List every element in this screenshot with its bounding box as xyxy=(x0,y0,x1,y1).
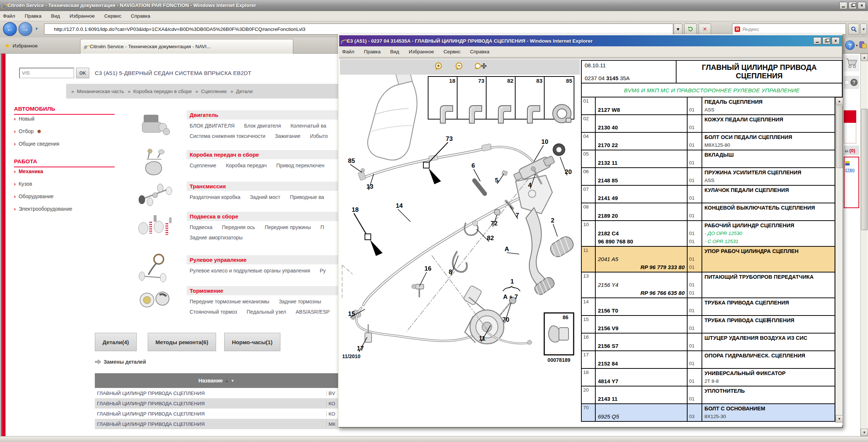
category-link[interactable]: Ру xyxy=(320,268,326,274)
category-title[interactable]: Коробка передач в сборе xyxy=(187,150,338,159)
forward-button[interactable]: → xyxy=(18,22,32,36)
question-icon[interactable]: ? xyxy=(850,79,858,86)
tab-1[interactable]: Детали(4) xyxy=(95,333,137,351)
category-title[interactable]: Подвеска в сборе xyxy=(187,212,338,221)
callout-2[interactable]: 2 xyxy=(551,217,554,224)
category-link[interactable]: Система снижения токсичности xyxy=(190,133,265,139)
restore-button[interactable] xyxy=(849,2,857,9)
scroll-thumb[interactable] xyxy=(861,109,868,230)
parts-row-07[interactable]: 072141 4901КУЛАЧОК ПЕДАЛИ СЦЕПЛЕНИЯ xyxy=(582,186,835,203)
thumbnail-part-18[interactable]: 18 xyxy=(428,77,458,119)
parts-row-01[interactable]: 012127 W801ПЕДАЛЬ СЦЕПЛЕНИЯASS xyxy=(582,97,835,115)
tab-3[interactable]: Нормо-часы(1) xyxy=(224,333,280,351)
parts-row-02[interactable]: 022130 4001КОЖУХ ПЕДАЛИ СЦЕПЛЕНИЯ xyxy=(582,115,835,133)
parts-row-11[interactable]: 112041 A5RP 96 779 333 800101УПОР РАБОЧ … xyxy=(582,247,835,272)
category-title[interactable]: Торможение xyxy=(187,286,338,295)
category-link[interactable]: Передняя ось xyxy=(222,224,255,230)
parts-row-17[interactable]: 172152 8401ОПОРА ГИДРАВЛИЧЕСК. СЦЕПЛЕНИЯ xyxy=(582,351,835,369)
category-link[interactable]: Раздаточная коробка xyxy=(190,194,240,200)
category-link[interactable]: П xyxy=(320,224,324,230)
table-row[interactable]: ГЛАВНЫЙ ЦИЛИНДР ПРИВОДА СЦЕПЛЕНИЯКО xyxy=(95,409,338,419)
parts-row-70[interactable]: 706925 Q503БОЛТ С ОСНОВАНИЕМ8X125-30 xyxy=(582,404,835,421)
menu-item[interactable]: Вид xyxy=(390,49,399,54)
parts-row-04[interactable]: 042170 2201БОЛТ ОСИ ПЕДАЛИ СЦЕПЛЕНИЯM8X1… xyxy=(582,133,835,150)
parts-scrollbar[interactable]: ▲ ▼ xyxy=(835,97,843,423)
zoom-out-button[interactable] xyxy=(453,61,467,73)
table-row[interactable]: ГЛАВНЫЙ ЦИЛИНДР ПРИВОДА СЦЕПЛЕНИЯBV xyxy=(95,388,338,398)
scroll-down-button[interactable]: ▼ xyxy=(861,429,868,436)
sidebar-item-3[interactable]: ›Оборудование xyxy=(14,193,54,199)
sidebar-item-2[interactable]: ›Кузов xyxy=(14,181,32,187)
callout-73[interactable]: 73 xyxy=(446,135,453,142)
parts-row-15[interactable]: 152156 V901ТРУБКА ПРИВОДА СЦЕ科ПЛЕНИЯ xyxy=(582,316,835,334)
sidebar-item-1[interactable]: ›Механика xyxy=(14,168,43,174)
help-chevron[interactable]: ▾ xyxy=(856,43,858,47)
parts-row-14[interactable]: 142156 T001ТРУБКА ПРИВОДА СЦЕПЛЕНИЯ xyxy=(582,298,835,316)
parts-row-13[interactable]: 132156 Y4RP 96 766 635 800101ПИТАЮЩИЙ ТР… xyxy=(582,272,835,298)
menu-item[interactable]: Сервис xyxy=(104,13,121,19)
parts-row-05[interactable]: 052132 1101ВКЛАДЫШ xyxy=(582,150,835,168)
callout-82[interactable]: 82 xyxy=(487,235,494,242)
callout-8[interactable]: 8 xyxy=(449,268,452,275)
parts-row-16[interactable]: 162156 S701ШТУЦЕР УДАЛЕНИЯ ВОЗДУХА ИЗ СИ… xyxy=(582,334,835,351)
callout-15[interactable]: 15 xyxy=(348,310,355,317)
thumbnail-part-82[interactable]: 82 xyxy=(487,77,516,119)
sidebar-item-1[interactable]: ›Новый xyxy=(14,116,35,122)
callout-A[interactable]: A xyxy=(505,246,509,253)
parts-row-06[interactable]: 062148 8501ПРУЖИНА УСИЛИТЕЛЯ СЦЕПЛЕНИЯAS… xyxy=(582,168,835,186)
page-help-widget[interactable]: ? xyxy=(844,76,859,89)
stop-button[interactable]: ✕ xyxy=(699,24,711,35)
close-button[interactable]: × xyxy=(858,2,866,9)
help-icon[interactable]: ? xyxy=(845,40,855,50)
category-link[interactable]: Сцепление xyxy=(190,163,216,168)
popup-maximize-button[interactable] xyxy=(822,37,831,44)
parts-row-08[interactable]: 082189 2001КОНЦЕВОЙ ВЫКЛЮЧАТЕЛЬ СЦЕПЛЕНИ… xyxy=(582,203,835,221)
main-scrollbar[interactable]: ▲ ▼ xyxy=(860,54,868,436)
category-link[interactable]: Педальный узел xyxy=(247,309,286,315)
news-link-fragment[interactable]: ство xyxy=(845,167,854,172)
scroll-up-button[interactable]: ▲ xyxy=(861,54,868,61)
menu-item[interactable]: Файл xyxy=(342,49,354,54)
category-title[interactable]: Двигатель xyxy=(187,110,338,120)
callout-7[interactable]: 7 xyxy=(516,212,519,219)
callout-17[interactable]: 17 xyxy=(357,345,364,352)
callout-72[interactable]: 72 xyxy=(491,220,498,227)
menu-item[interactable]: Справка xyxy=(470,49,489,54)
cart-button[interactable] xyxy=(844,55,859,71)
table-row[interactable]: ГЛАВНЫЙ ЦИЛИНДР ПРИВОДА СЦЕПЛЕНИЯМК xyxy=(95,419,338,429)
callout-16[interactable]: 16 xyxy=(424,265,431,272)
category-link[interactable]: ABS/ASR/ESP xyxy=(295,309,330,315)
category-link[interactable]: Передние тормозные механизмы xyxy=(190,299,269,304)
zoom-in-button[interactable] xyxy=(432,61,447,73)
category-link[interactable]: Коробка передач xyxy=(226,163,267,168)
callout-70[interactable]: 70 xyxy=(502,316,509,323)
favorites-label[interactable]: Избранное xyxy=(12,43,37,49)
menu-item[interactable]: Справка xyxy=(131,13,150,19)
menu-item[interactable]: Избранное xyxy=(69,13,94,19)
url-field[interactable]: http://127.0.0.1:6091/ldp.do?cat=VP03&ld… xyxy=(44,24,673,35)
table-header-name[interactable]: Название ▲ ▼ xyxy=(95,373,338,388)
pan-zoom-button[interactable] xyxy=(473,61,488,73)
parts-row-20[interactable]: 202143 1101УПЛОТНИТЕЛЬ xyxy=(582,386,835,404)
parts-row-10[interactable]: 102182 C496 890 768 800101РАБОЧИЙ ЦИЛИНД… xyxy=(582,221,835,247)
category-link[interactable]: БЛОК ДВИГАТЕЛЯ xyxy=(190,123,234,129)
breadcrumb-item[interactable]: » Коробка передач в сборе xyxy=(128,89,192,94)
category-link[interactable]: Задние тормозны xyxy=(279,299,321,304)
callout-20[interactable]: 20 xyxy=(565,168,572,175)
menu-item[interactable]: Сервис xyxy=(444,49,460,54)
callout-10[interactable]: 10 xyxy=(541,138,548,145)
callout-1[interactable]: 1 xyxy=(510,278,514,285)
sidebar-item-4[interactable]: ›Электрооборудование xyxy=(14,206,72,212)
callout-6[interactable]: 6 xyxy=(471,162,475,169)
category-link[interactable]: Задние амортизаторы xyxy=(190,235,243,240)
parts-scroll-thumb[interactable] xyxy=(836,106,843,168)
menu-item[interactable]: Правка xyxy=(25,13,42,19)
vis-input[interactable]: VIS xyxy=(19,68,74,78)
callout-14[interactable]: 14 xyxy=(396,202,403,209)
category-link[interactable]: Зажигание xyxy=(275,133,300,139)
nav-history-chevron[interactable]: ▼ xyxy=(35,26,39,31)
breadcrumb-item[interactable]: » Сцепление xyxy=(196,89,227,94)
parts-scroll-down[interactable]: ▼ xyxy=(836,415,843,423)
category-link[interactable]: Стояночный тормоз xyxy=(190,309,237,315)
search-button[interactable] xyxy=(848,24,859,35)
